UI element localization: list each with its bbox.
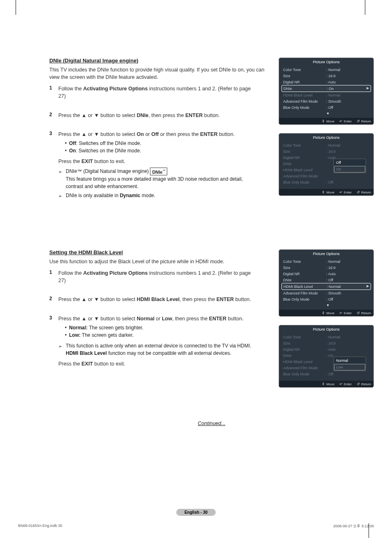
osd-row: Size: 16:9 <box>281 148 371 154</box>
move-icon: ⇕ <box>322 382 325 386</box>
popup-option-off: Off <box>334 159 365 166</box>
doc-timestamp: 2008-08-27 오후 5:12:00 <box>333 524 374 529</box>
osd-row-selected: DNIe: On▶ <box>281 85 371 92</box>
osd-title: Picture Options <box>279 250 374 258</box>
more-indicator: ▼ <box>281 110 371 116</box>
triangle-right-icon: ▶ <box>367 86 369 90</box>
osd-title: Picture Options <box>279 325 374 333</box>
step-body: Press the ▲ or ▼ button to select DNIe, … <box>58 112 251 119</box>
osd-title: Picture Options <box>279 58 374 66</box>
osd-row-selected: HDMI Black Level: Normal▶ <box>281 283 371 290</box>
step-body: Follow the Activating Picture Options in… <box>58 85 251 100</box>
enter-icon: ↵ <box>339 311 343 315</box>
osd-screenshot-dnie-popup: Picture Options Color Tone: Normal Size:… <box>279 133 374 196</box>
step-body: Press the ▲ or ▼ button to select Normal… <box>58 315 251 368</box>
step-body: Follow the Activating Picture Options in… <box>58 269 251 284</box>
popup-option-on: On <box>334 166 365 172</box>
note-arrow-icon: ➢ <box>58 193 62 200</box>
note-dnie-engine: ➢ DNIe™ (Digital Natural Image engine) D… <box>58 168 251 190</box>
enter-icon: ↵ <box>339 190 343 194</box>
move-icon: ⇕ <box>322 190 325 194</box>
continued-label: Continued... <box>49 421 374 426</box>
popup-option-low: Low <box>334 364 365 370</box>
osd-row: Size: 16:9 <box>281 264 371 271</box>
osd-footer: ⇕Move ↵Enter ↺Return <box>279 381 374 387</box>
osd-footer: ⇕Move ↵Enter ↺Return <box>279 310 374 316</box>
osd-row: DNIe: On Normal Low <box>281 352 371 359</box>
return-icon: ↺ <box>357 119 360 123</box>
osd-row: Color Tone: Normal <box>281 334 371 340</box>
osd-row: Color Tone: Normal <box>281 258 371 264</box>
osd-row: Advanced Film Mode <box>281 173 371 179</box>
osd-row: Digital NR: Auto <box>281 79 371 85</box>
page-number-footer: English - 30 <box>176 509 216 515</box>
bullet-on: On: Switches on the DNIe mode. <box>65 147 251 154</box>
move-icon: ⇕ <box>322 119 325 123</box>
osd-row: Advanced Film Mode: Smooth <box>281 98 371 104</box>
note-arrow-icon: ➢ <box>58 168 62 175</box>
dnie-logo-icon: DNIe™ <box>150 168 167 175</box>
osd-row: Size: 16:9 <box>281 73 371 79</box>
note-dynamic-only: ➢ DNIe is only available in Dynamic mode… <box>58 192 251 199</box>
osd-row: Color Tone: Normal <box>281 67 371 73</box>
page-number-pill: English - 30 <box>176 509 216 516</box>
move-icon: ⇕ <box>322 311 325 315</box>
step-body: Press the ▲ or ▼ button to select On or … <box>58 131 251 199</box>
osd-row: DNIe: Off <box>281 277 371 283</box>
more-indicator: ▼ <box>281 302 371 308</box>
osd-title: Picture Options <box>279 133 374 141</box>
osd-footer: ⇕Move ↵Enter ↺Return <box>279 189 374 195</box>
note-hdmi-active: ➢ This function is active only when an e… <box>58 342 251 357</box>
osd-row: Digital NR: Auto Off On <box>281 154 371 161</box>
osd-row: Blue Only Mode: Off <box>281 296 371 302</box>
bullet-low: Low: The screen gets darker. <box>65 331 251 339</box>
manual-page: DNIe (Digital Natural Image engine) This… <box>0 0 392 538</box>
step-number: 1 <box>49 269 58 284</box>
osd-screenshot-dnie-selected: Picture Options Color Tone: Normal Size:… <box>279 57 374 125</box>
osd-screenshot-hdmi-selected: Picture Options Color Tone: Normal Size:… <box>279 249 374 317</box>
step-number: 2 <box>49 296 58 303</box>
osd-popup: Normal Low <box>333 356 366 371</box>
enter-icon: ↵ <box>339 382 343 386</box>
osd-screenshot-hdmi-popup: Picture Options Color Tone: Normal Size:… <box>279 325 374 388</box>
osd-row: Color Tone: Normal <box>281 142 371 148</box>
bullet-normal: Normal: The screen gets brighter. <box>65 324 251 331</box>
return-icon: ↺ <box>357 311 360 315</box>
enter-icon: ↵ <box>339 119 343 123</box>
osd-footer: ⇕Move ↵Enter ↺Return <box>279 118 374 124</box>
osd-row: Digital NR: Auto <box>281 271 371 277</box>
doc-filename: BN68-01653A-Eng.indb 30 <box>18 524 62 529</box>
osd-row: Size: 16:9 <box>281 340 371 346</box>
osd-row: Blue Only Mode: Off <box>281 104 371 110</box>
more-indicator <box>281 185 371 187</box>
note-arrow-icon: ➢ <box>58 343 62 350</box>
step-number: 3 <box>49 131 58 199</box>
osd-row: Blue Only Mode: Off <box>281 179 371 185</box>
section-title-hdmi: Setting the HDMI Black Level <box>49 249 271 255</box>
return-icon: ↺ <box>357 190 360 194</box>
step-number: 2 <box>49 112 58 119</box>
return-icon: ↺ <box>357 382 360 386</box>
step-number: 1 <box>49 85 58 100</box>
section-intro: This TV includes the DNIe function to pr… <box>49 66 271 81</box>
popup-option-normal: Normal <box>334 357 365 364</box>
step-body: Press the ▲ or ▼ button to select HDMI B… <box>58 296 251 303</box>
more-indicator <box>281 377 371 379</box>
print-meta-footer: BN68-01653A-Eng.indb 30 2008-08-27 오후 5:… <box>18 524 374 529</box>
step-number: 3 <box>49 315 58 368</box>
section-title-dnie: DNIe (Digital Natural Image engine) <box>49 57 271 64</box>
bullet-off: Off: Switches off the DNIe mode. <box>65 140 251 147</box>
triangle-right-icon: ▶ <box>367 284 369 288</box>
section-intro: Use this function to adjust the Black Le… <box>49 258 271 265</box>
osd-row: HDMI Black Level: Normal <box>281 92 371 98</box>
osd-popup: Off On <box>333 159 366 173</box>
osd-row: Blue Only Mode: Off <box>281 371 371 377</box>
osd-row: Digital NR: Auto <box>281 346 371 352</box>
osd-row: Advanced Film Mode: Smooth <box>281 290 371 296</box>
